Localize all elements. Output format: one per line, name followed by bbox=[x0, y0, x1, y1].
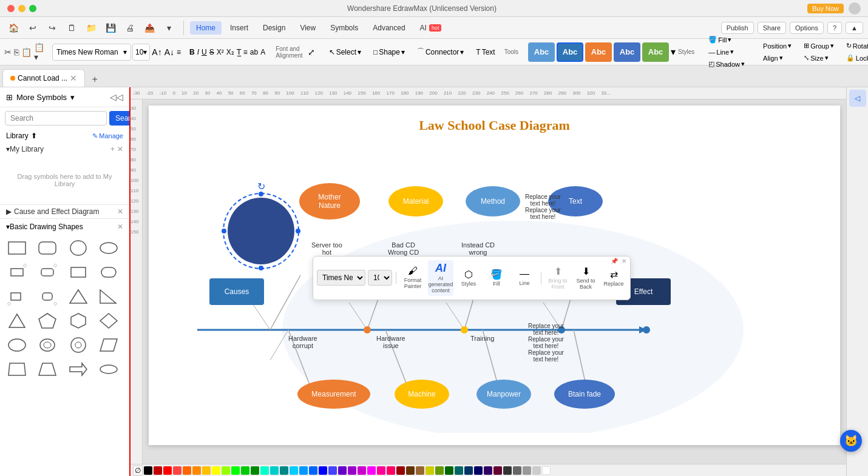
palette-darkteal[interactable] bbox=[455, 466, 463, 475]
palette-olive2[interactable] bbox=[435, 466, 444, 475]
redo-button[interactable]: ↪ bbox=[44, 19, 61, 36]
method-node[interactable]: Method bbox=[466, 186, 520, 216]
machine-node[interactable]: Machine bbox=[395, 380, 449, 409]
palette-yellow2[interactable] bbox=[212, 466, 220, 475]
ft-close-icon[interactable]: ✕ bbox=[622, 258, 626, 264]
tab-close-icon[interactable]: ✕ bbox=[70, 73, 77, 83]
connector-button[interactable]: ⌒ Connector ▾ bbox=[412, 44, 469, 61]
menu-design[interactable]: Design bbox=[257, 21, 291, 35]
palette-darkred2[interactable] bbox=[493, 466, 502, 475]
palette-orange2[interactable] bbox=[192, 466, 201, 475]
menu-advanced[interactable]: Advanced bbox=[367, 21, 411, 35]
palette-gray4[interactable] bbox=[532, 466, 541, 475]
shape-triangle[interactable] bbox=[66, 286, 90, 307]
swatch-3[interactable]: Abc bbox=[585, 42, 612, 62]
palette-yellow1[interactable] bbox=[202, 466, 211, 475]
ft-ai-btn[interactable]: AI AI generated content bbox=[428, 260, 453, 296]
search-button[interactable]: Search bbox=[109, 111, 131, 126]
my-library-close-icon[interactable]: ✕ bbox=[117, 145, 123, 153]
shape-oval-flat[interactable] bbox=[97, 358, 121, 380]
swatches-more[interactable]: ▾ bbox=[671, 46, 676, 58]
lock-button[interactable]: 🔒 Lock▾ bbox=[841, 53, 868, 64]
swatch-1[interactable]: Abc bbox=[528, 42, 555, 62]
palette-darkblue1[interactable] bbox=[464, 466, 473, 475]
ft-bring-front-btn[interactable]: ⬆ Bring to Front bbox=[545, 264, 571, 292]
basic-drawing-close-icon[interactable]: ✕ bbox=[117, 223, 123, 231]
new-file-button[interactable]: 🗒 bbox=[63, 19, 80, 36]
shadow-button[interactable]: ◰ Shadow▾ bbox=[703, 59, 750, 70]
shape-rounded-sm2[interactable]: ◇ bbox=[35, 286, 59, 307]
shape-oval2[interactable] bbox=[35, 334, 59, 356]
manage-link[interactable]: ✎ Manage bbox=[92, 132, 123, 140]
sidebar-pin-button[interactable]: ◁◁ bbox=[110, 92, 123, 102]
publish-button[interactable]: Publish bbox=[721, 22, 754, 34]
font-size-selector[interactable]: 10 ▾ bbox=[132, 44, 150, 61]
manpower-node[interactable]: Manpower bbox=[476, 380, 531, 409]
palette-red2[interactable] bbox=[163, 466, 172, 475]
palette-olive[interactable] bbox=[426, 466, 434, 475]
ft-styles-btn[interactable]: ⬡ Styles bbox=[456, 267, 481, 289]
position-button[interactable]: Position▾ bbox=[758, 41, 797, 52]
palette-purple3[interactable] bbox=[358, 466, 366, 475]
palette-green3[interactable] bbox=[251, 466, 259, 475]
ft-format-painter-btn[interactable]: 🖌 Format Painter bbox=[400, 264, 426, 292]
palette-darkgreen[interactable] bbox=[445, 466, 453, 475]
export-button[interactable]: 📤 bbox=[141, 19, 158, 36]
palette-pink1[interactable] bbox=[367, 466, 376, 475]
palette-gray3[interactable] bbox=[523, 466, 531, 475]
right-panel-btn[interactable]: ◁ bbox=[849, 90, 866, 107]
cause-effect-close-icon[interactable]: ✕ bbox=[117, 207, 123, 216]
palette-brown1[interactable] bbox=[406, 466, 415, 475]
strikethrough-button[interactable]: S bbox=[209, 45, 215, 59]
palette-green1[interactable] bbox=[231, 466, 240, 475]
cut-button[interactable]: ✂ bbox=[4, 44, 12, 61]
my-library-add-icon[interactable]: + bbox=[110, 145, 115, 153]
help-button[interactable]: ? bbox=[827, 22, 842, 34]
undo-button[interactable]: ↩ bbox=[24, 19, 41, 36]
palette-red1[interactable] bbox=[154, 466, 162, 475]
palette-black[interactable] bbox=[144, 466, 152, 475]
shape-hexagon[interactable] bbox=[66, 310, 90, 332]
shape-trapezoid2[interactable] bbox=[35, 358, 59, 380]
fill-button[interactable]: 🪣 Fill▾ bbox=[703, 35, 750, 45]
collapse-button[interactable]: ▲ bbox=[846, 22, 863, 34]
no-fill-swatch[interactable]: ∅ bbox=[133, 466, 143, 475]
swatch-5[interactable]: Abc bbox=[642, 42, 669, 62]
palette-blue4[interactable] bbox=[328, 466, 337, 475]
menu-insert[interactable]: Insert bbox=[224, 21, 254, 35]
align-button[interactable]: Align▾ bbox=[758, 53, 797, 64]
palette-pink3[interactable] bbox=[387, 466, 395, 475]
causes-node[interactable]: Causes bbox=[209, 278, 264, 305]
paste-button[interactable]: 📋 bbox=[21, 44, 32, 61]
share-button[interactable]: Share bbox=[758, 22, 786, 34]
shape-pentagon[interactable] bbox=[35, 310, 59, 332]
rotate-button[interactable]: ↻ Rotate▾ bbox=[841, 41, 868, 52]
group-button[interactable]: ⊞ Group▾ bbox=[798, 41, 839, 52]
highlight-button[interactable]: ab bbox=[249, 45, 259, 59]
copy-button[interactable]: ⎘ bbox=[13, 44, 19, 61]
text-button[interactable]: T Text bbox=[470, 44, 500, 61]
palette-blue3[interactable] bbox=[319, 466, 327, 475]
minimize-button[interactable] bbox=[18, 5, 25, 12]
ft-fill-btn[interactable]: 🪣 Fill bbox=[484, 267, 509, 289]
palette-gray2[interactable] bbox=[513, 466, 521, 475]
bold-button[interactable]: B bbox=[189, 45, 195, 59]
italic-button[interactable]: I bbox=[197, 45, 200, 59]
btain-fade-node[interactable]: Btain fade bbox=[554, 380, 615, 409]
font-alignment-expand[interactable]: ⤢ bbox=[307, 46, 316, 58]
shape-triangle2[interactable] bbox=[5, 310, 29, 332]
palette-orange1[interactable] bbox=[183, 466, 191, 475]
list-button[interactable]: ≡ bbox=[243, 45, 248, 59]
menu-ai[interactable]: AI hot bbox=[414, 21, 448, 35]
underline-button[interactable]: U bbox=[201, 45, 208, 59]
document-tab[interactable]: Cannot Load ... ✕ bbox=[2, 69, 85, 87]
rotate-handle[interactable]: ↻ bbox=[257, 181, 265, 192]
handle-left[interactable] bbox=[222, 229, 226, 233]
handle-bottom[interactable] bbox=[259, 266, 263, 270]
palette-darkblue2[interactable] bbox=[474, 466, 483, 475]
swatch-4[interactable]: Abc bbox=[614, 42, 640, 62]
ft-size-selector[interactable]: 10 bbox=[368, 270, 392, 286]
line-button[interactable]: — Line▾ bbox=[703, 47, 750, 58]
shape-oval[interactable] bbox=[5, 334, 29, 356]
more-button[interactable]: ▾ bbox=[160, 19, 177, 36]
